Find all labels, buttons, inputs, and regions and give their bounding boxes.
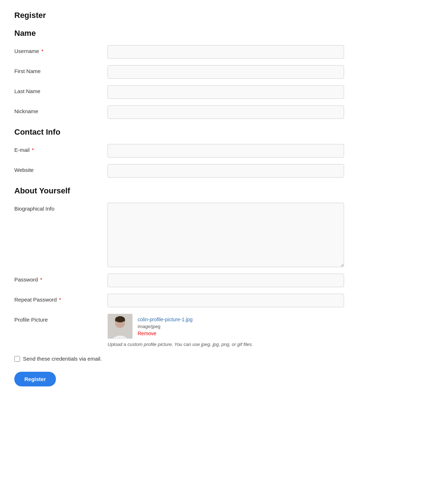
send-credentials-checkbox[interactable]: [14, 356, 20, 362]
repeat-password-required-star: *: [57, 297, 61, 303]
nickname-label: Nickname: [14, 105, 108, 114]
bio-group: Biographical Info: [14, 203, 344, 267]
nickname-input[interactable]: [108, 105, 344, 119]
repeat-password-label: Repeat Password *: [14, 294, 108, 303]
profile-filetype: image/jpeg: [138, 324, 192, 329]
lastname-input[interactable]: [108, 85, 344, 99]
password-group: Password *: [14, 274, 344, 287]
svg-point-3: [115, 316, 125, 322]
password-required-star: *: [39, 276, 42, 283]
section-name-title: Name: [14, 29, 344, 38]
lastname-label: Last Name: [14, 85, 108, 94]
website-input[interactable]: [108, 164, 344, 178]
send-credentials-label[interactable]: Send these credentials via email.: [23, 356, 102, 362]
profile-picture-preview: colin-profile-picture-1.jpg image/jpeg R…: [108, 314, 253, 339]
profile-picture-group: Profile Picture: [14, 314, 344, 347]
repeat-password-input[interactable]: [108, 294, 344, 307]
profile-hint: Upload a custom profile picture. You can…: [108, 342, 253, 347]
website-group: Website: [14, 164, 344, 178]
website-label: Website: [14, 164, 108, 173]
username-input[interactable]: [108, 45, 344, 59]
lastname-group: Last Name: [14, 85, 344, 99]
page-title: Register: [14, 11, 344, 20]
section-contact-title: Contact Info: [14, 127, 344, 137]
firstname-input[interactable]: [108, 65, 344, 79]
email-label: E-mail *: [14, 144, 108, 153]
password-input[interactable]: [108, 274, 344, 287]
svg-rect-4: [115, 319, 125, 322]
profile-filename-link[interactable]: colin-profile-picture-1.jpg: [138, 317, 192, 322]
email-group: E-mail *: [14, 144, 344, 158]
firstname-group: First Name: [14, 65, 344, 79]
profile-picture-container: colin-profile-picture-1.jpg image/jpeg R…: [108, 314, 253, 347]
credentials-checkbox-group: Send these credentials via email.: [14, 356, 344, 362]
register-button[interactable]: Register: [14, 372, 56, 386]
repeat-password-group: Repeat Password *: [14, 294, 344, 307]
profile-thumb: [108, 314, 133, 339]
section-about-title: About Yourself: [14, 186, 344, 196]
email-input[interactable]: [108, 144, 344, 158]
profile-file-info: colin-profile-picture-1.jpg image/jpeg R…: [138, 317, 192, 336]
bio-label: Biographical Info: [14, 203, 108, 212]
profile-picture-label: Profile Picture: [14, 314, 108, 323]
email-required-star: *: [30, 147, 34, 153]
profile-remove-link[interactable]: Remove: [138, 331, 192, 336]
firstname-label: First Name: [14, 65, 108, 74]
username-label: Username *: [14, 45, 108, 54]
password-label: Password *: [14, 274, 108, 283]
username-required-star: *: [40, 48, 43, 54]
bio-input[interactable]: [108, 203, 344, 267]
nickname-group: Nickname: [14, 105, 344, 119]
profile-thumb-svg: [108, 314, 132, 338]
username-group: Username *: [14, 45, 344, 59]
